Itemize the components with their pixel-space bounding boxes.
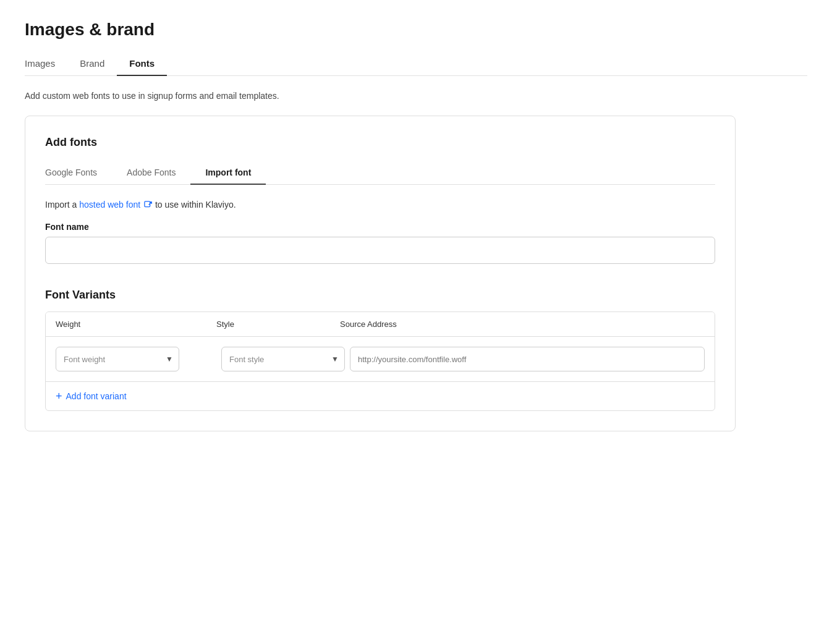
variant-row-1: Font weight 100 200 300 400 500 600 700 … xyxy=(46,337,715,382)
hosted-web-font-link[interactable]: hosted web font xyxy=(79,200,140,210)
header-style: Style xyxy=(216,320,340,329)
page-subtitle: Add custom web fonts to use in signup fo… xyxy=(25,91,807,101)
tab-google-fonts[interactable]: Google Fonts xyxy=(45,161,112,185)
font-style-wrapper: Font style Normal Italic Oblique ▼ xyxy=(221,347,345,371)
add-font-variant-button[interactable]: + Add font variant xyxy=(56,391,127,402)
font-name-input[interactable] xyxy=(45,237,715,264)
variants-table: Weight Style Source Address Font weight … xyxy=(45,311,715,411)
plus-icon: + xyxy=(56,391,62,402)
import-description-prefix: Import a xyxy=(45,200,79,210)
import-description-suffix: to use within Klaviyo. xyxy=(155,200,236,210)
tab-adobe-fonts[interactable]: Adobe Fonts xyxy=(112,161,190,185)
header-weight: Weight xyxy=(56,320,216,329)
style-select-wrapper: Font style Normal Italic Oblique ▼ xyxy=(221,347,345,371)
import-description: Import a hosted web font to use within K… xyxy=(45,200,715,210)
top-tabs: Images Brand Fonts xyxy=(25,52,807,76)
add-fonts-card: Add fonts Google Fonts Adobe Fonts Impor… xyxy=(25,116,736,431)
external-link-icon xyxy=(144,201,153,210)
tab-images[interactable]: Images xyxy=(25,52,67,76)
add-font-variant-label: Add font variant xyxy=(66,391,127,401)
page-container: Images & brand Images Brand Fonts Add cu… xyxy=(0,0,832,644)
font-weight-select[interactable]: Font weight 100 200 300 400 500 600 700 … xyxy=(56,347,179,371)
font-variants-title: Font Variants xyxy=(45,289,715,302)
variants-header-row: Weight Style Source Address xyxy=(46,312,715,337)
page-title: Images & brand xyxy=(25,20,807,40)
header-source-address: Source Address xyxy=(340,320,705,329)
font-name-label: Font name xyxy=(45,222,715,232)
font-style-select[interactable]: Font style Normal Italic Oblique xyxy=(221,347,345,371)
source-address-input[interactable] xyxy=(350,347,705,371)
tab-brand[interactable]: Brand xyxy=(67,52,117,76)
font-name-section: Font name xyxy=(45,222,715,264)
tab-fonts[interactable]: Fonts xyxy=(117,52,167,76)
inner-tabs: Google Fonts Adobe Fonts Import font xyxy=(45,161,715,185)
add-variant-row: + Add font variant xyxy=(46,382,715,410)
card-title: Add fonts xyxy=(45,136,715,149)
tab-import-font[interactable]: Import font xyxy=(190,161,266,185)
font-weight-wrapper: Font weight 100 200 300 400 500 600 700 … xyxy=(56,347,179,371)
font-variants-section: Font Variants Weight Style Source Addres… xyxy=(45,289,715,411)
weight-select-wrapper: Font weight 100 200 300 400 500 600 700 … xyxy=(56,347,216,371)
